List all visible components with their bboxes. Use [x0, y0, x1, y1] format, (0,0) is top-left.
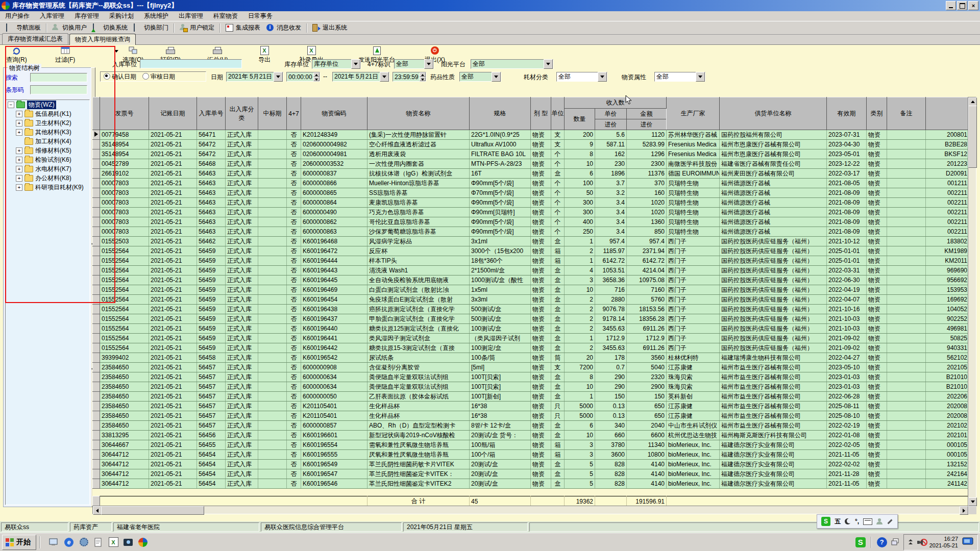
row-marker[interactable]	[93, 372, 100, 382]
row-marker[interactable]	[93, 130, 100, 140]
grid-cell[interactable]: ABO、Rh（D）血型定型检测卡	[368, 421, 470, 431]
row-marker[interactable]	[93, 246, 100, 256]
grid-cell[interactable]: 2021-05-21	[149, 130, 197, 140]
grid-cell[interactable]: 西门子	[667, 276, 720, 285]
grid-cell[interactable]: 150	[627, 392, 667, 402]
grid-cell[interactable]: 否	[287, 217, 301, 227]
grid-cell[interactable]: 6000000634	[301, 382, 368, 392]
grid-cell[interactable]: 盒	[551, 479, 565, 489]
grid-cell[interactable]: 7160	[627, 285, 667, 295]
grid-cell[interactable]: 3600	[595, 450, 627, 460]
row-marker[interactable]	[93, 421, 100, 431]
grid-row[interactable]: 015525642021-05-2156459正式入库否K600196441类风…	[93, 334, 969, 343]
grid-cell[interactable]: 个	[551, 208, 565, 217]
grid-cell[interactable]: 01552503	[100, 237, 149, 246]
grid-cell[interactable]: 290	[595, 382, 627, 392]
grid-cell[interactable]: 202105	[926, 363, 969, 372]
grid-cell[interactable]: 956692	[926, 276, 969, 285]
grid-cell[interactable]: K600196454	[301, 295, 368, 305]
grid-cell[interactable]: 盒	[551, 431, 565, 440]
grid-cell[interactable]: 00007803	[100, 227, 149, 237]
grid-cell[interactable]: 6	[565, 169, 595, 179]
grid-cell[interactable]: 物资	[867, 266, 887, 276]
grid-cell[interactable]: 否	[287, 227, 301, 237]
grid-cell[interactable]: 西门子	[667, 285, 720, 295]
grid-cell[interactable]: 物资	[531, 208, 551, 217]
grid-cell[interactable]: 物资	[531, 227, 551, 237]
grid-cell[interactable]: 2025-01-01	[827, 246, 867, 256]
grid-cell[interactable]: 2022-02-05	[827, 440, 867, 450]
grid-cell[interactable]: （类风湿因子试剂	[470, 334, 531, 343]
grid-cell[interactable]: 2021-05-21	[149, 469, 197, 479]
grid-cell[interactable]: 9178.14	[595, 314, 627, 324]
grid-row[interactable]: 338132952021-05-2156456正式入库否K600196601新型…	[93, 431, 969, 440]
grid-cell[interactable]: 厌氧和兼性厌氧微生物培养瓶	[368, 450, 470, 460]
grid-cell[interactable]: 盒	[551, 324, 565, 334]
grid-cell[interactable]	[258, 324, 287, 334]
grid-cell[interactable]: 物资	[531, 334, 551, 343]
grid-cell[interactable]: 0206000004981	[301, 149, 368, 159]
grid-cell[interactable]: 盒	[551, 382, 565, 392]
grid-cell[interactable]: 9	[565, 140, 595, 149]
confirm-date-radio[interactable]: 确认日期	[104, 72, 136, 81]
grid-cell[interactable]: 中山市生科试剂仪	[667, 421, 720, 431]
grid-cell[interactable]: 3.2	[595, 188, 627, 198]
grid-cell[interactable]: 30644712	[100, 460, 149, 469]
grid-cell[interactable]: 福州市恩康医疗器械有限公司	[720, 140, 827, 149]
grid-cell[interactable]: 贝瑞特生物	[667, 188, 720, 198]
grid-cell[interactable]: 2021-10-03	[827, 314, 867, 324]
grid-cell[interactable]: 物资	[531, 266, 551, 276]
grid-cell[interactable]: 国药控股福州有限公司	[720, 130, 827, 140]
grid-cell[interactable]: 物资	[531, 305, 551, 314]
grid-cell[interactable]: 00007803	[100, 208, 149, 217]
grid-cell[interactable]: 正式入库	[226, 266, 258, 276]
grid-cell[interactable]: 福建德尔医疗实业有限公司	[720, 440, 827, 450]
grid-cell[interactable]	[258, 450, 287, 460]
input-mode-toggle[interactable]: 五	[835, 517, 841, 526]
grid-cell[interactable]: 西门子	[667, 314, 720, 324]
grid-cell[interactable]: 贝瑞特生物	[667, 208, 720, 217]
grid-cell[interactable]: 56454	[197, 450, 226, 460]
chevron-down-icon[interactable]	[696, 72, 705, 82]
horizontal-scroll-thumb[interactable]	[101, 506, 204, 515]
grid-cell[interactable]: 100	[565, 179, 595, 188]
grid-cell[interactable]: 贝瑞特生物	[667, 217, 720, 227]
grid-cell[interactable]	[258, 227, 287, 237]
grid-cell[interactable]: 否	[287, 266, 301, 276]
grid-cell[interactable]	[258, 411, 287, 421]
grid-cell[interactable]: 202102	[926, 421, 969, 431]
grid-cell[interactable]: 500测试/盒	[470, 305, 531, 314]
grid-cell[interactable]: 716	[595, 285, 627, 295]
grid-row[interactable]: 000078032021-05-2156463正式入库否6000000864麦康…	[93, 198, 969, 208]
grid-cell[interactable]: bioMerieux, Inc.	[667, 440, 720, 450]
grid-cell[interactable]: 2021-10-03	[827, 324, 867, 334]
grid-cell[interactable]: 巧克力色琼脂培养基	[368, 208, 470, 217]
grid-cell[interactable]: 1120	[627, 130, 667, 140]
stock-unit-select[interactable]: 库存单位	[312, 59, 361, 69]
grid-cell[interactable]: 物资	[867, 140, 887, 149]
grid-cell[interactable]	[887, 237, 926, 246]
row-marker[interactable]	[93, 402, 100, 411]
grid-cell[interactable]: 001211	[926, 179, 969, 188]
filter-dropdown-button[interactable]	[114, 50, 118, 53]
grid-cell[interactable]: 支	[551, 130, 565, 140]
grid-cell[interactable]: 650	[627, 411, 667, 421]
tree-item-label[interactable]: 检验试剂(K6)	[35, 156, 71, 164]
grid-cell[interactable]: 201223	[926, 159, 969, 169]
grid-cell[interactable]: 2021-05-21	[149, 198, 197, 208]
grid-cell[interactable]	[887, 469, 926, 479]
grid-cell[interactable]: 物资	[867, 392, 887, 402]
row-marker[interactable]	[93, 169, 100, 179]
grid-cell[interactable]: 01552564	[100, 266, 149, 276]
grid-row[interactable]: 015525642021-05-2156459正式入库否K600196472反应…	[93, 246, 969, 256]
grid-cell[interactable]	[258, 285, 287, 295]
grid-cell[interactable]: 2021-05-21	[149, 208, 197, 217]
grid-cell[interactable]: 3455.63	[595, 324, 627, 334]
grid-row[interactable]: 015525642021-05-2156459正式入库否K600196469白蛋…	[93, 285, 969, 295]
grid-cell[interactable]: 6	[565, 421, 595, 431]
tree-item-label[interactable]: 办公材料(K8)	[35, 174, 71, 183]
grid-cell[interactable]: 340	[595, 421, 627, 431]
grid-cell[interactable]: 物资	[531, 479, 551, 489]
grid-cell[interactable]: 物资	[531, 217, 551, 227]
grid-cell[interactable]: 30644712	[100, 479, 149, 489]
